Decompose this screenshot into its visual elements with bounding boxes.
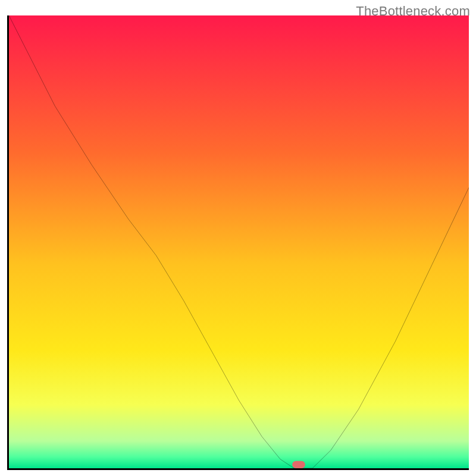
plot-svg xyxy=(9,15,469,468)
plot-frame xyxy=(7,15,469,470)
bottleneck-chart: TheBottleneck.com xyxy=(0,0,476,476)
optimum-marker xyxy=(292,461,305,468)
